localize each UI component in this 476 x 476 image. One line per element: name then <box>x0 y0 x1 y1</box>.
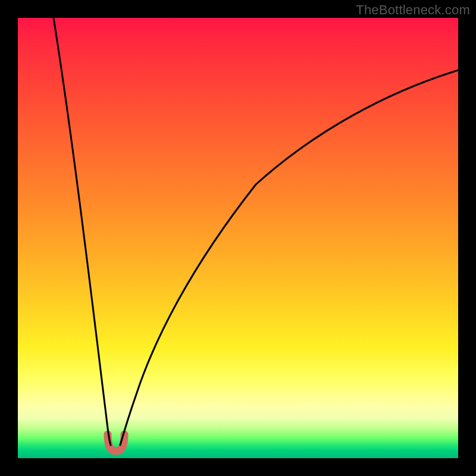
chart-frame: TheBottleneck.com <box>0 0 476 476</box>
curve-right-branch <box>120 70 458 445</box>
curve-left-branch <box>54 18 111 445</box>
plot-area <box>18 18 458 458</box>
curves-layer <box>18 18 458 458</box>
watermark-text: TheBottleneck.com <box>356 2 470 18</box>
